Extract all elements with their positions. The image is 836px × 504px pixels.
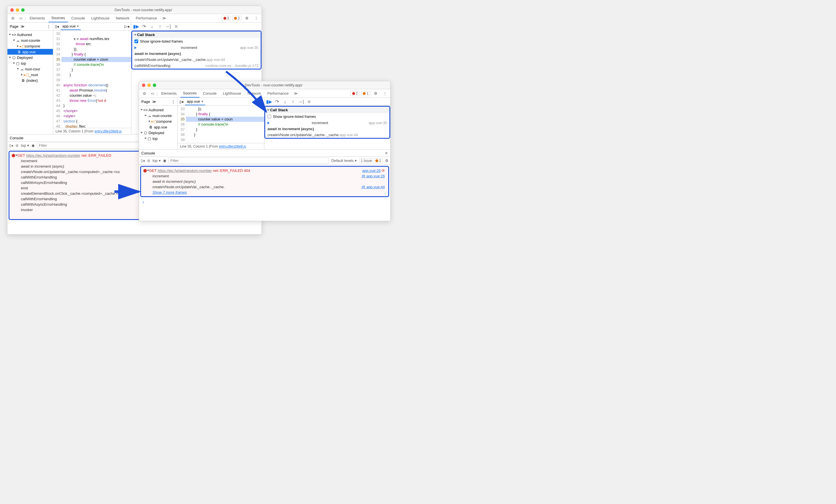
- clear-console-icon[interactable]: ⊘: [147, 158, 150, 163]
- device-icon[interactable]: ▭: [17, 15, 25, 22]
- tab-sources[interactable]: Sources: [49, 14, 68, 22]
- tree-item[interactable]: ▸▢compone: [139, 118, 177, 124]
- close-icon[interactable]: [10, 8, 14, 12]
- close-icon[interactable]: [142, 83, 145, 87]
- deactivate-bp-icon[interactable]: ⤫: [174, 24, 178, 29]
- inspect-icon[interactable]: ⯐: [9, 15, 17, 22]
- resume-icon[interactable]: ▮▶: [134, 24, 138, 29]
- live-expression-icon[interactable]: ◉: [32, 143, 35, 148]
- zoom-icon[interactable]: [21, 8, 25, 12]
- tab-network[interactable]: Network: [113, 14, 132, 22]
- console-error-line[interactable]: GET https://jec.fyi/api/random-number ne…: [142, 168, 387, 173]
- warn-count-badge[interactable]: 2: [232, 16, 242, 21]
- source-link[interactable]: @ app.vue:26: [362, 174, 385, 178]
- nav-pane-icon[interactable]: ▯◂: [179, 99, 184, 104]
- tab-lighthouse[interactable]: Lighthouse: [89, 14, 112, 22]
- tree-item[interactable]: 🗎app.vue: [7, 49, 53, 55]
- kebab-icon[interactable]: ⋮: [171, 99, 175, 104]
- settings-icon[interactable]: ⚙: [243, 15, 251, 22]
- step-over-icon[interactable]: ↷: [141, 24, 146, 29]
- step-icon[interactable]: →|: [166, 24, 170, 29]
- call-stack-header[interactable]: Call Stack: [265, 107, 390, 113]
- more-icon[interactable]: ≫: [152, 99, 156, 104]
- error-source-link[interactable]: app.vue:26: [362, 169, 381, 173]
- tree-item[interactable]: <>Authored: [7, 32, 53, 37]
- device-icon[interactable]: ▭: [149, 90, 156, 97]
- console-prompt[interactable]: ›: [139, 198, 390, 206]
- more-icon[interactable]: ≫: [21, 24, 25, 28]
- sidebar-icon[interactable]: ▯◂: [9, 143, 13, 148]
- tree-item[interactable]: ⬡Deployed: [7, 55, 53, 60]
- step-out-icon[interactable]: ↑: [158, 24, 162, 29]
- file-tab-app-vue[interactable]: app.vue×: [61, 23, 81, 30]
- error-count-badge[interactable]: 3: [222, 16, 231, 21]
- more-tabs-icon[interactable]: ≫: [160, 15, 168, 22]
- kebab-icon[interactable]: ⋮: [47, 24, 51, 28]
- issues-badge[interactable]: 1 Issue: 1: [359, 158, 383, 163]
- resume-icon[interactable]: ▮▶: [267, 99, 271, 104]
- step-out-icon[interactable]: ↑: [291, 99, 295, 104]
- warn-count-badge[interactable]: 1: [361, 91, 370, 96]
- step-into-icon[interactable]: ↓: [283, 99, 287, 104]
- tab-elements[interactable]: Elements: [158, 90, 179, 97]
- kebab-icon[interactable]: ⋮: [381, 90, 388, 97]
- close-drawer-icon[interactable]: ✕: [385, 151, 388, 155]
- error-count-badge[interactable]: 2: [350, 91, 360, 96]
- sidebar-icon[interactable]: ▯◂: [141, 158, 145, 163]
- tab-performance[interactable]: Performance: [264, 90, 291, 97]
- source-link[interactable]: @ app.vue:44: [362, 185, 385, 189]
- step-into-icon[interactable]: ↓: [150, 24, 154, 29]
- tree-item[interactable]: ☁nuxi-counte: [7, 37, 53, 43]
- nav-page-tab[interactable]: Page: [10, 24, 18, 28]
- tab-network[interactable]: Network: [245, 90, 264, 97]
- console-drawer-header[interactable]: Console ✕: [139, 149, 390, 157]
- stack-frame[interactable]: await in increment (async): [132, 51, 261, 57]
- close-tab-icon[interactable]: ×: [201, 99, 204, 103]
- deactivate-bp-icon[interactable]: ⤫: [307, 99, 311, 104]
- clear-console-icon[interactable]: ⊘: [16, 143, 19, 148]
- context-selector[interactable]: top ▾: [21, 143, 29, 148]
- tree-item[interactable]: <>Authored: [139, 107, 177, 113]
- kebab-icon[interactable]: ⋮: [252, 15, 260, 22]
- tab-lighthouse[interactable]: Lighthouse: [220, 90, 244, 97]
- tab-console[interactable]: Console: [69, 14, 88, 22]
- nav-page-tab[interactable]: Page: [141, 99, 150, 104]
- step-icon[interactable]: →|: [299, 99, 303, 104]
- minimize-icon[interactable]: [16, 8, 19, 12]
- tab-elements[interactable]: Elements: [26, 14, 48, 22]
- console-settings-icon[interactable]: ⚙: [385, 158, 388, 163]
- stack-frame[interactable]: createVNode.onUpdateVal._cache.._cache.a…: [265, 132, 390, 138]
- tree-item[interactable]: ☁nuxi-counte: [139, 113, 177, 118]
- tab-console[interactable]: Console: [200, 90, 220, 97]
- code-editor[interactable]: 3334353637383940 }); } finally { counter…: [178, 106, 264, 143]
- tree-item[interactable]: 🗎(index): [7, 78, 53, 83]
- show-more-frames[interactable]: Show 7 more frames: [142, 190, 387, 195]
- file-tab-app-vue[interactable]: app.vue×: [185, 98, 205, 105]
- tree-item[interactable]: ☁nuxi-cour: [7, 66, 53, 72]
- tree-item[interactable]: ▢top: [7, 60, 53, 66]
- more-tabs-icon[interactable]: ≫: [292, 90, 300, 97]
- console-filter-input[interactable]: [169, 158, 329, 163]
- tree-item[interactable]: ▸▢compone: [7, 43, 53, 49]
- stack-frame[interactable]: callWithErrorHandlingruntime-core.es…bun…: [132, 63, 261, 69]
- zoom-icon[interactable]: [153, 83, 156, 87]
- ignore-list-option[interactable]: Show ignore-listed frames: [132, 38, 261, 45]
- stack-frame[interactable]: incrementapp.vue:35: [132, 45, 261, 51]
- sourcemap-link[interactable]: entry.d9e108e9.js: [219, 144, 246, 149]
- sourcemap-link[interactable]: entry.d9e108e9.js: [95, 129, 122, 133]
- inspect-icon[interactable]: ⯐: [141, 90, 148, 97]
- step-over-icon[interactable]: ↷: [275, 99, 279, 104]
- call-stack-header[interactable]: Call Stack: [132, 32, 261, 38]
- tree-item[interactable]: ▸▢_nuxt: [7, 72, 53, 78]
- tab-performance[interactable]: Performance: [133, 14, 160, 22]
- ignore-list-option[interactable]: Show ignore-listed frames: [265, 113, 390, 120]
- tree-item[interactable]: ▢top: [139, 136, 177, 141]
- minimize-icon[interactable]: [147, 83, 151, 87]
- context-selector[interactable]: top ▾: [152, 158, 161, 163]
- stack-frame[interactable]: incrementapp.vue:35: [265, 120, 390, 126]
- close-tab-icon[interactable]: ×: [77, 24, 79, 28]
- run-icon[interactable]: ▷◂: [125, 24, 129, 28]
- tree-item[interactable]: ⬡Deployed: [139, 130, 177, 136]
- ignore-list-checkbox[interactable]: [267, 115, 271, 118]
- code-editor[interactable]: 3031323334353637383940414243444546474849…: [53, 31, 131, 128]
